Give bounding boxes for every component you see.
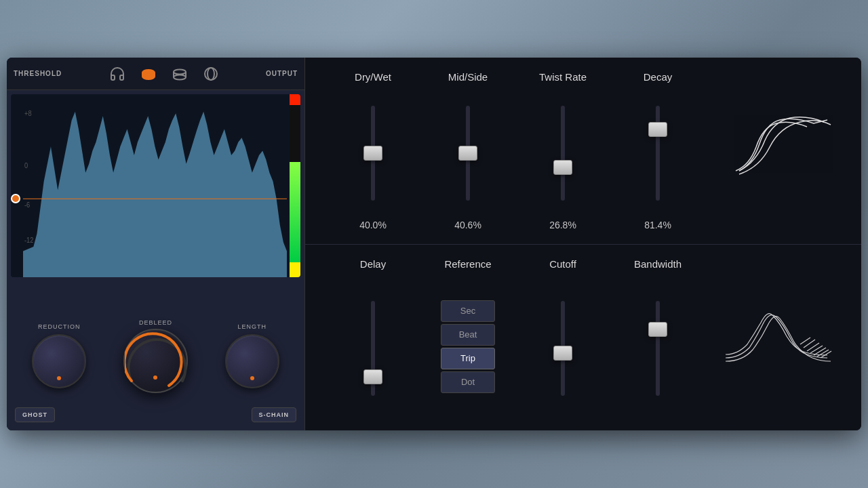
delay-thumb[interactable] — [363, 369, 382, 384]
bandwidth-track — [656, 301, 660, 396]
decay-value: 81.4% — [644, 220, 671, 230]
left-panel: THRESHOLD — [7, 58, 305, 430]
ref-beat-button[interactable]: Beat — [441, 324, 495, 346]
midside-value: 40.6% — [454, 220, 481, 230]
ghost-button[interactable]: GHOST — [15, 407, 55, 422]
svg-text:-12: -12 — [24, 236, 33, 244]
midside-track — [466, 106, 470, 201]
tom-icon[interactable] — [170, 64, 189, 83]
bandwidth-slider-container — [656, 281, 660, 418]
threshold-handle[interactable] — [11, 194, 20, 203]
twistrate-thumb[interactable] — [553, 160, 572, 175]
controls-row: REDUCTION DeBleed — [7, 281, 304, 430]
waveform-display: +8 0 -6 -12 — [11, 94, 300, 277]
debleed-knob[interactable] — [123, 329, 188, 393]
midside-label: Mid/Side — [448, 71, 488, 83]
ref-sec-button[interactable]: Sec — [441, 300, 495, 322]
ref-dot-button[interactable]: Dot — [441, 371, 495, 393]
svg-point-9 — [174, 75, 186, 79]
reference-button-group: Sec Beat Trip Dot — [441, 277, 495, 418]
headphones-icon[interactable] — [108, 64, 127, 83]
svg-marker-12 — [23, 112, 287, 277]
delay-track — [371, 301, 375, 396]
top-bar: THRESHOLD — [7, 58, 304, 90]
right-panel: Dry/Wet 40.0% Mid/Side 40.6% — [305, 58, 861, 430]
reduction-knob[interactable] — [32, 334, 86, 388]
twistrate-value: 26.8% — [549, 220, 576, 230]
svg-line-24 — [821, 351, 831, 358]
bandwidth-thumb[interactable] — [648, 322, 667, 337]
bottom-visualization — [705, 258, 841, 418]
decay-slider-container — [656, 94, 660, 213]
drywet-value: 40.0% — [359, 220, 387, 230]
svg-text:+8: +8 — [24, 109, 32, 117]
length-group: LENGTH — [225, 323, 279, 388]
output-label: OUTPUT — [266, 70, 298, 77]
reference-label: Reference — [444, 258, 491, 270]
cutoff-thumb[interactable] — [553, 346, 572, 361]
cutoff-slider-container — [561, 281, 565, 418]
reduction-label: REDUCTION — [38, 323, 81, 330]
midside-group: Mid/Side 40.6% — [420, 71, 515, 230]
bandwidth-label: Bandwidth — [634, 258, 682, 270]
cutoff-group: Cutoff — [515, 258, 610, 418]
delay-group: Delay — [326, 258, 420, 418]
threshold-label: THRESHOLD — [14, 70, 62, 77]
svg-text:0: 0 — [24, 161, 28, 169]
bass-drum-icon[interactable] — [201, 64, 220, 83]
twistrate-group: Twist Rate 26.8% — [515, 71, 610, 230]
drywet-track — [371, 106, 375, 201]
top-visualization — [705, 71, 841, 230]
ref-trip-button[interactable]: Trip — [441, 348, 495, 369]
twistrate-track — [561, 106, 565, 201]
snare-icon[interactable] — [139, 64, 158, 83]
decay-group: Decay 81.4% — [610, 71, 705, 230]
debleed-group: DeBleed — [123, 319, 188, 393]
svg-point-10 — [205, 68, 217, 80]
bandwidth-group: Bandwidth — [610, 258, 705, 418]
decay-track — [656, 106, 660, 201]
midside-slider-container — [466, 94, 470, 213]
drywet-slider-container — [371, 94, 375, 213]
schain-button[interactable]: S-CHAIN — [252, 407, 297, 422]
reference-group: Reference Sec Beat Trip Dot — [420, 258, 515, 418]
delay-label: Delay — [360, 258, 386, 270]
drywet-thumb[interactable] — [363, 146, 382, 161]
midside-thumb[interactable] — [458, 146, 477, 161]
decay-label: Decay — [644, 71, 673, 83]
plugin-window: THRESHOLD — [7, 58, 861, 430]
svg-text:-6: -6 — [24, 201, 30, 209]
twistrate-label: Twist Rate — [539, 71, 587, 83]
icon-group — [108, 64, 220, 83]
top-sliders-section: Dry/Wet 40.0% Mid/Side 40.6% — [305, 58, 861, 245]
svg-point-11 — [208, 68, 214, 80]
delay-slider-container — [371, 281, 375, 418]
cutoff-label: Cutoff — [549, 258, 576, 270]
length-knob[interactable] — [225, 334, 279, 388]
twistrate-slider-container — [561, 94, 565, 213]
cutoff-track — [561, 301, 565, 396]
svg-line-18 — [800, 338, 810, 344]
svg-line-21 — [810, 346, 823, 353]
drywet-label: Dry/Wet — [355, 71, 391, 83]
debleed-label: DeBleed — [139, 319, 172, 326]
bottom-sliders-section: Delay Reference Sec Beat Trip Dot — [305, 245, 861, 431]
reduction-group: REDUCTION — [32, 323, 86, 388]
svg-point-6 — [174, 69, 186, 74]
decay-thumb[interactable] — [648, 122, 667, 137]
svg-line-22 — [814, 348, 826, 355]
drywet-group: Dry/Wet 40.0% — [326, 71, 420, 230]
length-label: LENGTH — [237, 323, 267, 330]
